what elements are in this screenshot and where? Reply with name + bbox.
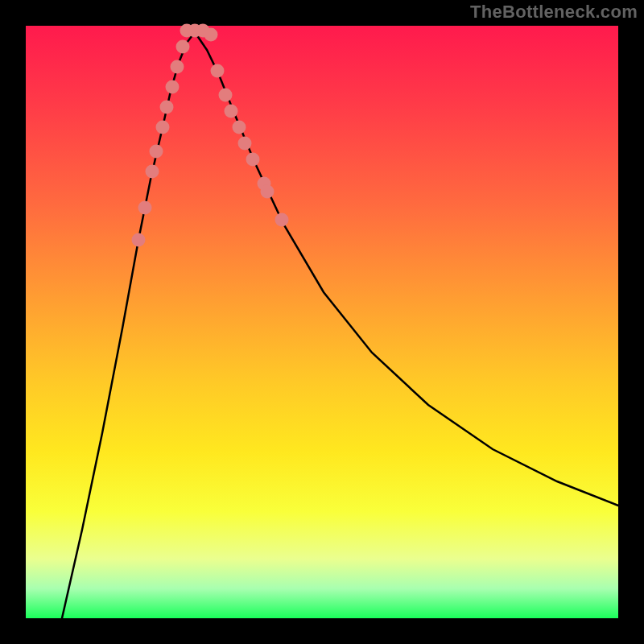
data-marker <box>238 137 252 151</box>
data-marker <box>160 101 174 114</box>
chart-frame: TheBottleneck.com <box>0 0 644 644</box>
data-marker <box>211 64 225 78</box>
data-marker <box>146 165 159 179</box>
data-marker <box>219 89 233 102</box>
data-marker <box>176 40 190 54</box>
left-branch-line <box>62 32 195 618</box>
data-marker <box>150 145 163 159</box>
data-marker <box>225 105 238 118</box>
data-marker <box>204 28 218 42</box>
curve-svg <box>26 26 618 618</box>
data-marker <box>233 121 246 134</box>
data-marker <box>156 121 170 134</box>
data-marker <box>132 233 146 247</box>
plot-area <box>26 26 618 618</box>
data-marker <box>246 153 260 167</box>
data-marker <box>261 185 275 199</box>
watermark-text: TheBottleneck.com <box>470 2 638 23</box>
data-marker <box>171 60 184 74</box>
data-marker <box>166 80 180 94</box>
right-branch-line <box>195 32 618 506</box>
data-marker <box>275 213 289 227</box>
data-marker <box>138 201 152 215</box>
